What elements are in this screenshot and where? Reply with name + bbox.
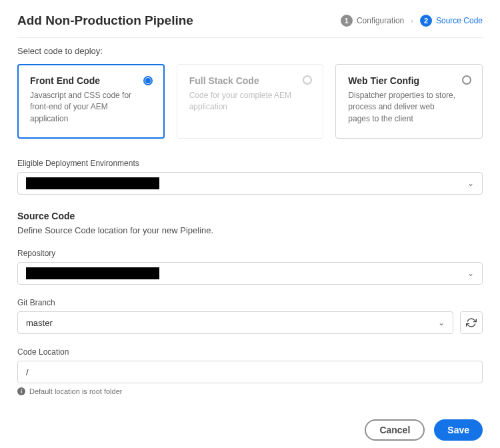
- card-desc: Code for your complete AEM application: [189, 90, 299, 113]
- save-button[interactable]: Save: [434, 419, 483, 441]
- card-title: Web Tier Config: [348, 75, 470, 86]
- dialog-footer: Cancel Save: [17, 419, 483, 441]
- location-hint: i Default location is root folder: [17, 387, 483, 395]
- chevron-down-icon: ⌄: [467, 179, 474, 188]
- select-code-subtitle: Select code to deploy:: [17, 46, 483, 56]
- branch-label: Git Branch: [17, 298, 483, 307]
- step-number: 1: [341, 15, 353, 27]
- chevron-down-icon: ⌄: [467, 269, 474, 278]
- location-field-group: Code Location i Default location is root…: [17, 347, 483, 395]
- step-label: Configuration: [357, 16, 404, 25]
- repo-field-group: Repository ⌄: [17, 249, 483, 285]
- card-title: Full Stack Code: [189, 75, 311, 86]
- card-desc: Javascript and CSS code for front-end of…: [30, 90, 140, 125]
- card-full-stack-code: Full Stack Code Code for your complete A…: [177, 64, 324, 139]
- env-value-redacted: [26, 177, 159, 189]
- wizard-steps: 1 Configuration › 2 Source Code: [341, 15, 483, 27]
- step-label: Source Code: [436, 16, 483, 25]
- source-code-sub: Define Source Code location for your new…: [17, 225, 483, 235]
- cancel-button[interactable]: Cancel: [365, 419, 425, 441]
- branch-select[interactable]: master ⌄: [17, 311, 453, 334]
- branch-field-group: Git Branch master ⌄: [17, 298, 483, 334]
- branch-value: master: [26, 318, 53, 328]
- step-source-code[interactable]: 2 Source Code: [420, 15, 483, 27]
- repo-select[interactable]: ⌄: [17, 262, 483, 285]
- hint-text: Default location is root folder: [29, 387, 122, 395]
- location-label: Code Location: [17, 347, 483, 357]
- step-number: 2: [420, 15, 432, 27]
- card-title: Front End Code: [30, 75, 152, 86]
- card-web-tier-config[interactable]: Web Tier Config Dispatcher properties to…: [335, 64, 483, 139]
- card-desc: Dispatcher properties to store, process …: [348, 90, 458, 125]
- step-configuration[interactable]: 1 Configuration: [341, 15, 404, 27]
- code-location-input[interactable]: [17, 361, 483, 383]
- chevron-down-icon: ⌄: [438, 318, 445, 327]
- refresh-icon: [466, 317, 477, 328]
- refresh-branches-button[interactable]: [460, 311, 483, 334]
- repo-label: Repository: [17, 249, 483, 258]
- radio-icon: [143, 76, 153, 85]
- code-type-cards: Front End Code Javascript and CSS code f…: [17, 64, 483, 139]
- info-icon: i: [17, 387, 25, 395]
- repo-value-redacted: [26, 267, 159, 279]
- env-field-group: Eligible Deployment Environments ⌄: [17, 159, 483, 195]
- env-label: Eligible Deployment Environments: [17, 159, 483, 168]
- page-title: Add Non-Production Pipeline: [17, 13, 193, 28]
- dialog-header: Add Non-Production Pipeline 1 Configurat…: [17, 13, 483, 38]
- radio-icon: [462, 75, 471, 85]
- card-front-end-code[interactable]: Front End Code Javascript and CSS code f…: [17, 64, 165, 139]
- chevron-right-icon: ›: [411, 17, 413, 25]
- source-code-heading: Source Code: [17, 211, 483, 221]
- env-select[interactable]: ⌄: [17, 172, 483, 195]
